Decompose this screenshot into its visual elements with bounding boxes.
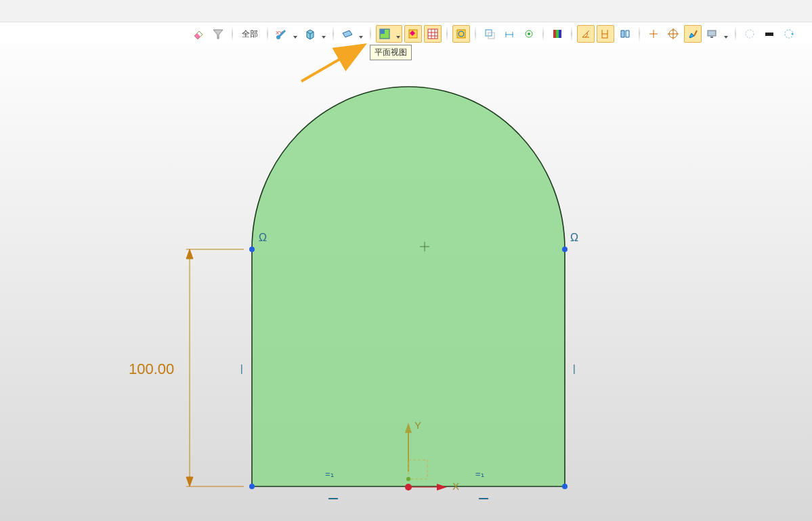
axis-x-label: X [452,480,459,492]
eraser-icon [192,28,205,40]
sketch-svg [0,43,812,521]
vertical-constraint-left: | [240,363,243,374]
color-tool[interactable] [549,25,566,43]
svg-marker-48 [791,33,793,35]
filter-tool[interactable] [209,25,227,43]
svg-rect-30 [559,30,561,38]
svg-point-66 [562,247,568,252]
mirror-icon [620,28,631,39]
chevron-down-icon [359,36,363,39]
constraint-tool[interactable] [520,25,538,43]
svg-line-42 [694,30,697,36]
svg-marker-54 [186,249,193,259]
svg-rect-46 [765,33,773,36]
svg-marker-41 [689,33,694,38]
target-icon [668,28,679,39]
separator [370,26,371,41]
separator [735,26,736,41]
svg-rect-14 [428,29,437,39]
svg-point-65 [249,247,255,252]
svg-rect-29 [556,30,559,38]
wrench-icon: XY [276,28,288,40]
svg-point-27 [528,33,530,35]
svg-marker-9 [343,30,352,37]
brush-tool[interactable] [684,25,702,43]
planview-icon [379,28,391,40]
fit-button[interactable] [452,25,470,43]
target-tool[interactable] [664,25,682,43]
chevron-down-icon [396,36,400,39]
fit-icon [455,28,467,40]
cycle-icon [784,28,794,39]
solid-icon [764,28,775,39]
filter-label[interactable]: 全部 [238,27,262,41]
svg-point-64 [406,477,410,481]
dots-tool[interactable] [741,25,758,43]
constraint-icon [523,28,534,39]
separator [333,26,334,41]
chevron-down-icon [322,36,326,39]
plus-icon [648,28,659,39]
svg-line-50 [301,46,362,81]
toolbar: 全部 XY [0,24,812,43]
dimension-tool[interactable] [500,25,518,43]
svg-rect-43 [708,30,716,36]
separator [639,26,640,41]
funnel-icon [213,28,223,39]
mirror-tool[interactable] [616,25,634,43]
svg-marker-35 [626,30,629,37]
tangent-constraint-right: Ω [570,232,578,244]
monitor-dropdown[interactable] [704,25,730,43]
angle2-button[interactable] [597,25,614,43]
separator [542,26,544,41]
color-icon [552,28,563,39]
cycle-tool[interactable] [780,25,798,43]
hatch-button[interactable] [424,25,442,43]
dots-icon [744,28,755,39]
equal-constraint-1: =₁ [325,469,334,479]
titlebar [0,0,812,22]
eraser-tool[interactable] [190,25,207,43]
dimension-value[interactable]: 100.00 [129,360,174,378]
separator [232,26,233,41]
planview-button[interactable] [376,25,402,43]
angle1-button[interactable] [577,25,595,43]
chevron-down-icon [724,36,728,39]
svg-point-67 [249,484,255,489]
chevron-down-icon [293,36,297,39]
svg-marker-2 [213,30,223,39]
equal-constraint-2: =₁ [475,469,484,479]
planview-tooltip: 平面视图 [370,45,412,60]
svg-point-45 [746,30,754,38]
svg-marker-55 [186,477,193,486]
svg-point-63 [405,484,412,491]
vertical-constraint-right: | [573,363,576,374]
axis-y-label: Y [414,419,421,431]
svg-rect-28 [553,30,556,38]
separator [446,26,448,41]
svg-marker-34 [621,30,624,37]
svg-point-68 [562,484,568,489]
hatch-icon [427,28,439,40]
plus-tool[interactable] [645,25,662,43]
tangent-constraint-left: Ω [259,232,267,244]
angle2-icon [600,28,611,39]
snapview-button[interactable] [404,25,422,43]
separator [571,26,572,41]
sketch-canvas[interactable]: 100.00 Ω Ω Y X | | =₁ =₁ [0,43,812,521]
dimension-icon [504,28,515,39]
solid-tool[interactable] [761,25,778,43]
snapview-icon [407,28,419,40]
separator [267,26,268,41]
separator [475,26,476,41]
select-tool[interactable] [481,25,498,43]
monitor-icon [706,28,717,39]
wrench-dropdown[interactable]: XY [273,25,299,43]
callout-arrow-icon [298,41,379,88]
plane-icon [341,28,354,40]
angle1-icon [580,28,591,39]
svg-rect-11 [380,29,385,34]
svg-rect-44 [710,37,713,38]
select-icon [484,28,495,39]
svg-rect-31 [602,34,607,38]
